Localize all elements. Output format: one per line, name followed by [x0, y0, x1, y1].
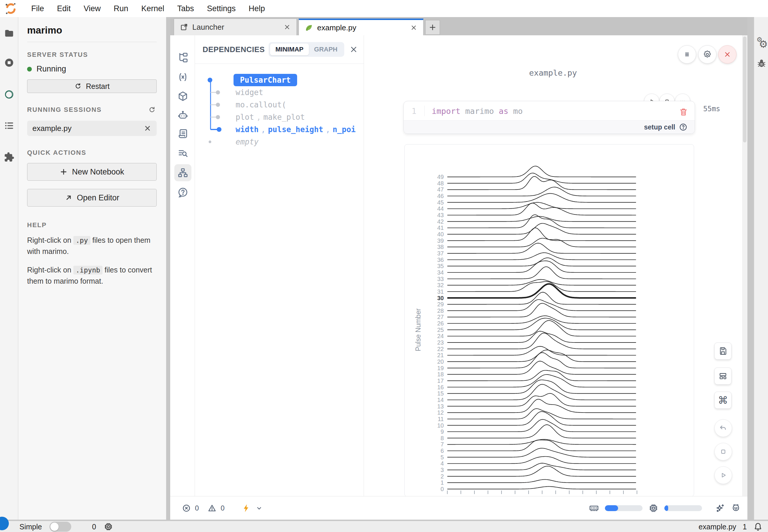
setup-help-icon[interactable] [679, 123, 688, 132]
file-tree-icon[interactable] [177, 52, 188, 63]
extensions-icon[interactable] [4, 152, 14, 162]
bell-icon[interactable] [753, 522, 763, 531]
copilot-icon[interactable] [731, 503, 741, 513]
dependency-node[interactable]: mo.callout( [236, 98, 286, 111]
svg-text:43: 43 [437, 212, 444, 218]
marimo-side-panel: marimo SERVER STATUS Running Restart RUN… [18, 17, 166, 520]
menu-item-file[interactable]: File [25, 0, 51, 17]
help-paragraph-ipynb: Right-click on .ipynb files to convert t… [27, 265, 157, 287]
dependency-label: n_poi [333, 125, 355, 134]
cpu-meter [664, 505, 702, 511]
menu-item-tabs[interactable]: Tabs [171, 0, 201, 17]
dependency-node[interactable]: empty [236, 135, 259, 148]
scrollbar-thumb[interactable] [743, 36, 747, 142]
logs-icon[interactable] [177, 128, 188, 139]
svg-text:6: 6 [440, 448, 444, 454]
pulsar-chart: 0123456789101112131415161718192021222324… [405, 144, 694, 496]
hamburger-icon [683, 50, 692, 59]
setup-cell-label: setup cell [644, 123, 675, 131]
warnings-icon[interactable] [208, 504, 217, 513]
statusbar-right: example.py 1 [699, 521, 763, 532]
code-line[interactable]: 1 import marimo as mo [404, 101, 695, 121]
notebook-view: example.py 1 [364, 35, 742, 496]
menu-item-run[interactable]: Run [107, 0, 135, 17]
interrupt-button[interactable] [714, 443, 732, 460]
restart-button[interactable]: Restart [27, 79, 157, 93]
new-tab-button[interactable] [425, 20, 440, 35]
command-palette-button[interactable]: ⌘ [714, 392, 732, 409]
menu-item-edit[interactable]: Edit [51, 0, 77, 17]
delete-cell-icon[interactable] [679, 107, 688, 117]
pulse-line-40 [447, 223, 636, 234]
close-tab-icon[interactable] [284, 24, 291, 31]
kernel-power-icon[interactable] [242, 503, 251, 513]
help-section: HELP Right-click on .py files to open th… [27, 221, 157, 287]
simple-mode-toggle[interactable] [49, 522, 71, 532]
dependency-node[interactable]: widget [236, 86, 263, 99]
errors-icon[interactable] [182, 504, 191, 513]
session-item[interactable]: example.py [27, 121, 157, 136]
gears-icon: ⚙ [759, 38, 768, 50]
app-window: FileEditViewRunKernelTabsSettingsHelp ma… [0, 0, 768, 532]
tab-example-py[interactable]: example.py [299, 19, 423, 35]
ai-sparkle-icon[interactable] [715, 503, 725, 513]
menu-item-help[interactable]: Help [242, 0, 272, 17]
close-panel-icon[interactable] [350, 45, 358, 54]
shutdown-button[interactable] [718, 45, 737, 64]
selected-dependency-pill: PulsarChart [234, 74, 297, 86]
toggle-minimap[interactable]: MINIMAP [270, 44, 309, 55]
setup-cell[interactable]: 1 import marimo as mo [403, 101, 695, 134]
table-of-contents-icon[interactable] [4, 120, 14, 131]
save-button[interactable] [714, 343, 732, 360]
help-icon[interactable] [177, 187, 188, 198]
package-icon[interactable] [177, 91, 188, 102]
dependency-node[interactable]: plot,make_plot [236, 111, 305, 124]
external-link-icon [64, 194, 73, 202]
property-inspector-icon[interactable]: ⚙ ⚙ [757, 38, 767, 48]
refresh-sessions-icon[interactable] [148, 105, 157, 114]
tab-launcher[interactable]: Launcher [174, 19, 297, 35]
pulse-line-49 [447, 166, 636, 177]
run-all-button[interactable] [714, 466, 732, 484]
pulse-line-23 [447, 331, 636, 343]
dependency-node[interactable]: PulsarChart [234, 74, 297, 87]
pulse-line-0 [447, 486, 636, 489]
close-tab-icon[interactable] [410, 24, 417, 31]
svg-text:20: 20 [437, 358, 444, 365]
menu-bar: FileEditViewRunKernelTabsSettingsHelp [0, 0, 768, 17]
dependency-label: make_plot [263, 113, 305, 122]
tab-bar: Launcher example.py [170, 17, 747, 35]
menu-item-view[interactable]: View [77, 0, 107, 17]
open-editor-button[interactable]: Open Editor [27, 189, 157, 207]
pulse-line-27 [447, 303, 636, 317]
svg-text:38: 38 [437, 244, 444, 250]
toggle-graph[interactable]: GRAPH [309, 44, 343, 55]
menu-items: FileEditViewRunKernelTabsSettingsHelp [25, 0, 272, 17]
marimo-sidebar-icon[interactable] [4, 89, 14, 100]
svg-text:27: 27 [437, 314, 444, 320]
gear-icon [703, 50, 712, 59]
menu-item-settings[interactable]: Settings [201, 0, 242, 17]
undo-button[interactable] [714, 419, 732, 437]
variables-icon[interactable] [177, 72, 188, 83]
debugger-icon[interactable] [757, 58, 767, 68]
kernels-chip-icon[interactable] [104, 522, 113, 531]
running-sessions-icon[interactable] [4, 57, 14, 68]
close-session-icon[interactable] [144, 124, 151, 132]
chevron-down-icon[interactable] [255, 504, 263, 512]
dependency-node[interactable]: width,pulse_height,n_poi [236, 123, 356, 136]
search-list-icon[interactable] [177, 147, 188, 159]
notebook-settings-button[interactable] [698, 45, 717, 64]
new-notebook-button[interactable]: New Notebook [27, 163, 157, 181]
file-browser-icon[interactable] [4, 28, 14, 39]
ai-assistant-icon[interactable] [177, 110, 188, 121]
svg-text:21: 21 [437, 352, 444, 358]
notebook-menu-button[interactable] [678, 45, 696, 64]
kernel-count: 0 [92, 523, 96, 531]
menu-item-kernel[interactable]: Kernel [135, 0, 171, 17]
svg-text:29: 29 [437, 301, 444, 307]
ipynb-extension-chip: .ipynb [73, 266, 102, 275]
dependency-graph-icon[interactable] [177, 167, 188, 178]
notebook-scrollbar[interactable] [742, 35, 747, 496]
layout-button[interactable] [714, 368, 732, 385]
